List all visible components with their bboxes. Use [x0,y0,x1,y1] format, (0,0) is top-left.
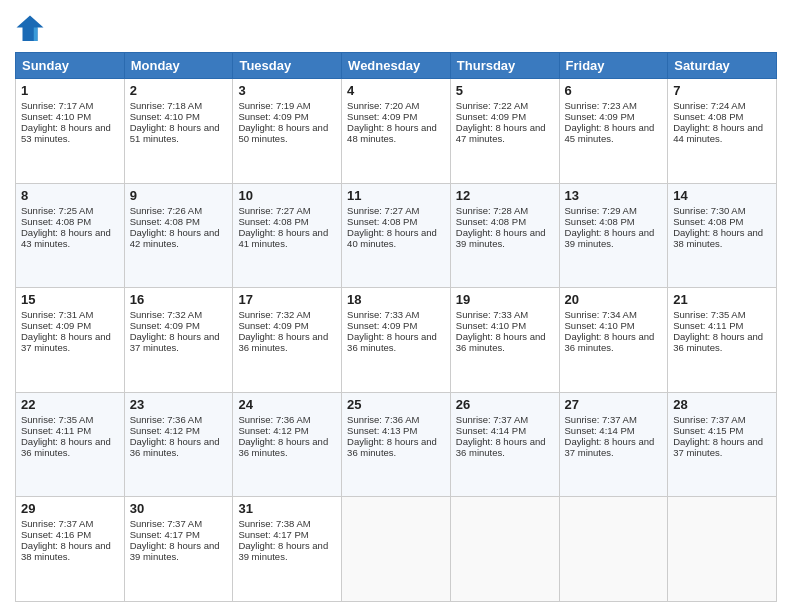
day-number: 16 [130,292,228,307]
calendar-cell: 1Sunrise: 7:17 AMSunset: 4:10 PMDaylight… [16,79,125,184]
day-number: 22 [21,397,119,412]
daylight-text: Daylight: 8 hours and 38 minutes. [673,227,771,249]
daylight-text: Daylight: 8 hours and 36 minutes. [565,331,663,353]
calendar-cell: 10Sunrise: 7:27 AMSunset: 4:08 PMDayligh… [233,183,342,288]
day-number: 29 [21,501,119,516]
sunrise-text: Sunrise: 7:37 AM [21,518,119,529]
day-number: 13 [565,188,663,203]
calendar-cell: 11Sunrise: 7:27 AMSunset: 4:08 PMDayligh… [342,183,451,288]
calendar-header-row: SundayMondayTuesdayWednesdayThursdayFrid… [16,53,777,79]
daylight-text: Daylight: 8 hours and 36 minutes. [673,331,771,353]
sunset-text: Sunset: 4:14 PM [565,425,663,436]
sunrise-text: Sunrise: 7:32 AM [238,309,336,320]
sunrise-text: Sunrise: 7:22 AM [456,100,554,111]
sunset-text: Sunset: 4:08 PM [130,216,228,227]
daylight-text: Daylight: 8 hours and 36 minutes. [456,436,554,458]
sunrise-text: Sunrise: 7:32 AM [130,309,228,320]
sunrise-text: Sunrise: 7:28 AM [456,205,554,216]
col-header-saturday: Saturday [668,53,777,79]
day-number: 14 [673,188,771,203]
calendar-cell: 12Sunrise: 7:28 AMSunset: 4:08 PMDayligh… [450,183,559,288]
calendar-cell [559,497,668,602]
sunrise-text: Sunrise: 7:38 AM [238,518,336,529]
calendar-cell: 30Sunrise: 7:37 AMSunset: 4:17 PMDayligh… [124,497,233,602]
sunset-text: Sunset: 4:08 PM [673,111,771,122]
day-number: 1 [21,83,119,98]
daylight-text: Daylight: 8 hours and 48 minutes. [347,122,445,144]
daylight-text: Daylight: 8 hours and 36 minutes. [130,436,228,458]
sunset-text: Sunset: 4:09 PM [21,320,119,331]
col-header-monday: Monday [124,53,233,79]
daylight-text: Daylight: 8 hours and 50 minutes. [238,122,336,144]
daylight-text: Daylight: 8 hours and 39 minutes. [238,540,336,562]
calendar-cell: 17Sunrise: 7:32 AMSunset: 4:09 PMDayligh… [233,288,342,393]
calendar-cell: 8Sunrise: 7:25 AMSunset: 4:08 PMDaylight… [16,183,125,288]
calendar-cell: 20Sunrise: 7:34 AMSunset: 4:10 PMDayligh… [559,288,668,393]
day-number: 8 [21,188,119,203]
daylight-text: Daylight: 8 hours and 41 minutes. [238,227,336,249]
sunset-text: Sunset: 4:10 PM [21,111,119,122]
sunrise-text: Sunrise: 7:33 AM [456,309,554,320]
day-number: 2 [130,83,228,98]
calendar-cell: 9Sunrise: 7:26 AMSunset: 4:08 PMDaylight… [124,183,233,288]
daylight-text: Daylight: 8 hours and 38 minutes. [21,540,119,562]
sunset-text: Sunset: 4:09 PM [456,111,554,122]
calendar-cell: 4Sunrise: 7:20 AMSunset: 4:09 PMDaylight… [342,79,451,184]
col-header-friday: Friday [559,53,668,79]
daylight-text: Daylight: 8 hours and 40 minutes. [347,227,445,249]
sunset-text: Sunset: 4:11 PM [673,320,771,331]
sunrise-text: Sunrise: 7:24 AM [673,100,771,111]
calendar-cell: 23Sunrise: 7:36 AMSunset: 4:12 PMDayligh… [124,392,233,497]
calendar-cell: 27Sunrise: 7:37 AMSunset: 4:14 PMDayligh… [559,392,668,497]
calendar-cell: 16Sunrise: 7:32 AMSunset: 4:09 PMDayligh… [124,288,233,393]
calendar-cell: 13Sunrise: 7:29 AMSunset: 4:08 PMDayligh… [559,183,668,288]
daylight-text: Daylight: 8 hours and 39 minutes. [456,227,554,249]
sunrise-text: Sunrise: 7:27 AM [238,205,336,216]
sunset-text: Sunset: 4:12 PM [238,425,336,436]
calendar-row-5: 29Sunrise: 7:37 AMSunset: 4:16 PMDayligh… [16,497,777,602]
sunset-text: Sunset: 4:11 PM [21,425,119,436]
calendar-cell: 24Sunrise: 7:36 AMSunset: 4:12 PMDayligh… [233,392,342,497]
col-header-wednesday: Wednesday [342,53,451,79]
calendar-cell [668,497,777,602]
daylight-text: Daylight: 8 hours and 53 minutes. [21,122,119,144]
day-number: 25 [347,397,445,412]
sunrise-text: Sunrise: 7:31 AM [21,309,119,320]
day-number: 12 [456,188,554,203]
day-number: 21 [673,292,771,307]
sunset-text: Sunset: 4:13 PM [347,425,445,436]
sunset-text: Sunset: 4:10 PM [130,111,228,122]
logo-icon [15,14,45,44]
daylight-text: Daylight: 8 hours and 36 minutes. [347,436,445,458]
daylight-text: Daylight: 8 hours and 39 minutes. [565,227,663,249]
sunrise-text: Sunrise: 7:35 AM [673,309,771,320]
calendar-row-1: 1Sunrise: 7:17 AMSunset: 4:10 PMDaylight… [16,79,777,184]
day-number: 17 [238,292,336,307]
day-number: 15 [21,292,119,307]
day-number: 23 [130,397,228,412]
day-number: 27 [565,397,663,412]
daylight-text: Daylight: 8 hours and 36 minutes. [21,436,119,458]
sunrise-text: Sunrise: 7:19 AM [238,100,336,111]
sunrise-text: Sunrise: 7:23 AM [565,100,663,111]
daylight-text: Daylight: 8 hours and 36 minutes. [238,331,336,353]
daylight-text: Daylight: 8 hours and 39 minutes. [130,540,228,562]
daylight-text: Daylight: 8 hours and 45 minutes. [565,122,663,144]
sunset-text: Sunset: 4:15 PM [673,425,771,436]
page: SundayMondayTuesdayWednesdayThursdayFrid… [0,0,792,612]
calendar-cell: 15Sunrise: 7:31 AMSunset: 4:09 PMDayligh… [16,288,125,393]
calendar-cell: 19Sunrise: 7:33 AMSunset: 4:10 PMDayligh… [450,288,559,393]
sunset-text: Sunset: 4:14 PM [456,425,554,436]
day-number: 26 [456,397,554,412]
calendar-cell: 18Sunrise: 7:33 AMSunset: 4:09 PMDayligh… [342,288,451,393]
sunset-text: Sunset: 4:16 PM [21,529,119,540]
calendar-cell: 6Sunrise: 7:23 AMSunset: 4:09 PMDaylight… [559,79,668,184]
daylight-text: Daylight: 8 hours and 37 minutes. [21,331,119,353]
day-number: 31 [238,501,336,516]
sunset-text: Sunset: 4:09 PM [130,320,228,331]
day-number: 10 [238,188,336,203]
day-number: 20 [565,292,663,307]
calendar-row-3: 15Sunrise: 7:31 AMSunset: 4:09 PMDayligh… [16,288,777,393]
daylight-text: Daylight: 8 hours and 36 minutes. [238,436,336,458]
sunrise-text: Sunrise: 7:27 AM [347,205,445,216]
